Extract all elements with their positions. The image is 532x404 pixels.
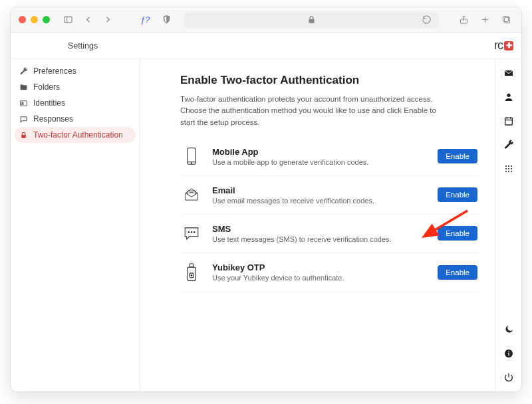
forward-button-icon[interactable]	[100, 13, 115, 27]
svg-point-39	[508, 351, 509, 352]
settings-sidebar: Preferences Folders Identities Responses	[11, 59, 140, 391]
enable-button-yubikey[interactable]: Enable	[438, 265, 477, 280]
right-toolbar	[495, 59, 521, 391]
sms-icon	[182, 226, 201, 241]
method-desc: Use a mobile app to generate verificatio…	[212, 158, 427, 166]
main-content: Enable Two-factor Authentication Two-fac…	[140, 59, 495, 391]
lock-icon	[19, 131, 28, 140]
app-logo: rc ✚	[494, 39, 513, 52]
settings-icon[interactable]	[503, 139, 515, 151]
share-icon[interactable]	[456, 13, 471, 27]
svg-rect-6	[504, 17, 509, 23]
maximize-window-button[interactable]	[43, 16, 50, 23]
yubikey-icon	[182, 262, 201, 282]
identity-icon	[19, 99, 28, 108]
svg-rect-10	[21, 134, 26, 138]
toolbar-right	[456, 13, 513, 27]
page-title: Settings	[68, 41, 98, 50]
method-desc: Use text messages (SMS) to receive verif…	[212, 235, 427, 243]
svg-point-29	[507, 165, 509, 167]
sidebar-item-label: Identities	[33, 98, 65, 108]
apps-icon[interactable]	[503, 163, 515, 175]
svg-point-9	[21, 102, 23, 103]
svg-point-28	[505, 165, 506, 167]
power-icon[interactable]	[503, 371, 515, 383]
svg-rect-7	[503, 17, 508, 22]
main-description: Two-factor authentication protects your …	[180, 94, 446, 128]
sidebar-item-identities[interactable]: Identities	[11, 95, 140, 111]
svg-rect-38	[508, 353, 509, 356]
method-title: Email	[212, 185, 427, 195]
mobile-icon	[182, 147, 201, 165]
browser-window: ƒ? Settings rc	[10, 7, 522, 392]
method-sms: SMS Use text messages (SMS) to receive v…	[180, 215, 479, 253]
lock-icon	[305, 13, 319, 27]
svg-point-30	[510, 165, 511, 167]
mail-icon[interactable]	[503, 67, 515, 79]
shield-icon[interactable]	[159, 13, 174, 27]
sidebar-item-label: Preferences	[33, 66, 76, 76]
info-icon[interactable]	[503, 348, 515, 359]
minimize-window-button[interactable]	[31, 16, 38, 23]
method-desc: Use your Yubikey device to authenticate.	[212, 274, 427, 282]
dark-mode-icon[interactable]	[503, 324, 515, 336]
reload-icon[interactable]	[419, 13, 434, 27]
svg-rect-8	[20, 100, 27, 106]
svg-point-36	[510, 171, 511, 172]
svg-point-33	[510, 168, 511, 169]
sidebar-item-responses[interactable]: Responses	[11, 111, 140, 127]
svg-point-21	[191, 274, 192, 276]
method-yubikey: Yubikey OTP Use your Yubikey device to a…	[180, 253, 479, 292]
email-icon	[182, 186, 201, 203]
svg-rect-18	[188, 267, 196, 280]
enable-button-mobile-app[interactable]: Enable	[438, 149, 477, 163]
svg-rect-24	[505, 118, 512, 125]
svg-point-31	[505, 168, 506, 169]
svg-point-16	[191, 232, 192, 233]
svg-rect-19	[190, 264, 193, 267]
sidebar-item-label: Responses	[33, 114, 73, 124]
main-heading: Enable Two-factor Authentication	[180, 74, 479, 87]
calendar-icon[interactable]	[503, 115, 515, 127]
logo-plus-icon: ✚	[504, 41, 513, 50]
sidebar-item-folders[interactable]: Folders	[11, 79, 140, 95]
tabs-overview-icon[interactable]	[499, 13, 513, 27]
reader-icon[interactable]: ƒ?	[140, 15, 150, 25]
sidebar-item-two-factor[interactable]: Two-factor Authentication	[15, 127, 136, 143]
close-window-button[interactable]	[19, 16, 26, 23]
sidebar-item-preferences[interactable]: Preferences	[11, 63, 140, 79]
svg-point-34	[505, 171, 506, 172]
contacts-icon[interactable]	[503, 91, 515, 103]
method-desc: Use email messages to receive verificati…	[212, 197, 427, 205]
method-title: SMS	[212, 224, 427, 234]
address-bar[interactable]	[184, 12, 439, 28]
new-tab-icon[interactable]	[477, 13, 492, 27]
svg-rect-2	[309, 19, 315, 23]
svg-rect-0	[64, 17, 71, 23]
wrench-icon	[19, 67, 28, 76]
app-body: Preferences Folders Identities Responses	[11, 59, 521, 391]
titlebar: ƒ?	[11, 7, 521, 33]
svg-point-17	[194, 232, 195, 233]
sidebar-toggle-icon[interactable]	[61, 13, 75, 27]
window-controls	[19, 16, 50, 23]
back-button-icon[interactable]	[80, 13, 95, 27]
logo-text: rc	[494, 39, 503, 52]
folder-icon	[19, 83, 28, 92]
svg-point-23	[507, 94, 510, 97]
chat-icon	[19, 115, 28, 124]
svg-point-15	[188, 232, 190, 233]
svg-point-13	[191, 163, 192, 163]
app-header: Settings rc ✚	[11, 33, 521, 59]
method-mobile-app: Mobile App Use a mobile app to generate …	[180, 138, 479, 176]
method-title: Mobile App	[212, 147, 427, 157]
svg-point-32	[507, 168, 509, 169]
svg-point-35	[507, 171, 509, 172]
sidebar-item-label: Folders	[33, 82, 60, 92]
enable-button-sms[interactable]: Enable	[438, 226, 477, 241]
method-title: Yubikey OTP	[212, 262, 427, 272]
method-email: Email Use email messages to receive veri…	[180, 176, 479, 215]
enable-button-email[interactable]: Enable	[438, 187, 477, 202]
sidebar-item-label: Two-factor Authentication	[33, 130, 123, 140]
